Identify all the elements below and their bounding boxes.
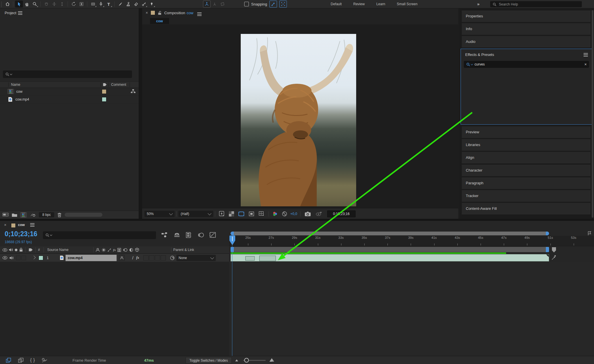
layer-solo-cell[interactable] xyxy=(16,256,21,260)
dolly-camera-tool[interactable] xyxy=(58,1,66,8)
label-color-swatch-tan[interactable] xyxy=(102,89,106,94)
pan-camera-tool[interactable] xyxy=(50,1,58,8)
timeline-zoom-slider-knob[interactable] xyxy=(244,358,249,363)
collapsed-panel-tab[interactable]: Info xyxy=(462,23,591,35)
layer-fx-switch[interactable]: fx xyxy=(136,256,139,260)
adjustment-layer-column-icon[interactable] xyxy=(129,248,133,252)
frame-blending-icon[interactable] xyxy=(186,232,192,238)
track-empty-area[interactable] xyxy=(229,262,594,356)
interpret-footage-icon[interactable] xyxy=(2,212,9,217)
layer-duration-bar[interactable] xyxy=(231,254,549,261)
region-of-interest-icon[interactable] xyxy=(249,211,254,217)
collapsed-panel-tab[interactable]: Character xyxy=(462,165,591,176)
layer-color-swatch[interactable] xyxy=(39,256,43,260)
layer-switch-cell[interactable] xyxy=(155,255,160,261)
time-navigator-start-handle[interactable] xyxy=(231,232,234,235)
exposure-value[interactable]: +0,0 xyxy=(290,212,297,216)
collapsed-panel-tab[interactable]: Preview xyxy=(462,126,591,138)
right-column-scrollbar[interactable] xyxy=(592,10,593,218)
layer-switch-cell[interactable] xyxy=(143,255,148,261)
project-search-input[interactable] xyxy=(3,70,132,78)
new-composition-icon[interactable] xyxy=(20,212,27,217)
clone-stamp-tool[interactable] xyxy=(124,1,132,8)
video-eye-column-icon[interactable] xyxy=(2,248,8,252)
collapsed-panel-tab[interactable]: Tracker xyxy=(462,190,591,202)
effects-column-icon[interactable]: fx xyxy=(113,248,116,252)
timeline-menu-icon[interactable] xyxy=(30,223,35,224)
layer-list-empty-area[interactable] xyxy=(0,262,229,356)
workspace-tab[interactable]: Default xyxy=(325,0,347,8)
close-timeline-button[interactable]: × xyxy=(4,223,6,227)
layer-switch-cell[interactable] xyxy=(161,255,166,261)
mask-visibility-icon[interactable] xyxy=(238,211,245,217)
comment-column-header[interactable]: Comment xyxy=(111,83,126,87)
time-navigator-end-handle[interactable] xyxy=(546,232,549,235)
help-search-input[interactable]: Search Help xyxy=(490,1,582,7)
draft-3d-icon[interactable] xyxy=(173,232,180,238)
snapshot-camera-icon[interactable] xyxy=(305,211,311,216)
shy-column-icon[interactable] xyxy=(95,248,100,252)
layer-row-1[interactable]: 1 cow.mp4 / fx None xyxy=(0,254,229,262)
close-panel-button[interactable]: × xyxy=(146,10,148,15)
brush-tool[interactable] xyxy=(116,1,124,8)
in-out-pane-icon[interactable]: { } xyxy=(30,358,35,363)
name-column-header[interactable]: Name xyxy=(11,83,20,87)
transfer-controls-pane-icon[interactable] xyxy=(18,358,24,363)
layer-number-column[interactable]: # xyxy=(38,248,40,252)
type-tool[interactable]: T xyxy=(105,1,113,8)
resolution-dropdown[interactable]: (Half) xyxy=(178,211,213,217)
rotation-tool[interactable] xyxy=(70,1,77,8)
current-time-display[interactable]: 0;10;23;16 xyxy=(5,230,37,238)
pan-behind-anchor-tool[interactable] xyxy=(77,1,85,8)
auto-orient-icon[interactable] xyxy=(551,255,556,261)
magnification-dropdown[interactable]: 50% xyxy=(144,211,175,217)
layer-lock-cell[interactable] xyxy=(21,256,26,260)
bit-depth-button[interactable]: 8 bpc xyxy=(39,212,54,217)
motion-blur-icon[interactable] xyxy=(197,232,204,238)
collapsed-panel-tab[interactable]: Paragraph xyxy=(462,177,591,189)
workspace-tab[interactable]: Learn xyxy=(370,0,391,8)
timeline-shield-icon[interactable] xyxy=(552,247,556,253)
hand-tool[interactable] xyxy=(23,1,31,8)
graph-editor-icon[interactable] xyxy=(209,232,216,238)
viewer-tab-cow[interactable]: cow xyxy=(150,18,169,24)
layer-source-name[interactable]: cow.mp4 xyxy=(66,255,117,261)
project-settings-icon[interactable] xyxy=(30,212,36,217)
transparency-grid-icon[interactable] xyxy=(229,211,234,216)
orbit-camera-tool[interactable] xyxy=(42,1,50,8)
label-column-icon[interactable] xyxy=(103,83,107,87)
label-column-icon[interactable] xyxy=(28,248,33,252)
layer-bar-segment[interactable] xyxy=(259,256,276,261)
local-axis-mode-button[interactable] xyxy=(203,1,211,8)
comp-timecode-display[interactable]: 0:10;23;16 xyxy=(327,210,356,217)
trash-icon[interactable] xyxy=(57,212,62,217)
snapping-checkbox[interactable] xyxy=(244,2,249,6)
quality-column-icon[interactable] xyxy=(107,248,112,252)
layer-audio-icon[interactable] xyxy=(9,256,14,260)
show-snapshot-icon[interactable] xyxy=(316,211,322,216)
parent-link-column[interactable]: Parent & Link xyxy=(173,248,194,252)
panel-divider[interactable] xyxy=(139,8,142,219)
workspace-tab[interactable]: Small Screen xyxy=(391,0,423,8)
snap-to-features-button[interactable] xyxy=(269,1,277,8)
playhead-line[interactable] xyxy=(232,245,232,356)
parent-dropdown[interactable]: None xyxy=(176,255,216,261)
snap-beyond-edges-button[interactable] xyxy=(279,1,287,8)
layer-search-input[interactable] xyxy=(43,231,156,239)
comp-panel-menu-icon[interactable] xyxy=(197,12,202,13)
active-comp-name[interactable]: cow xyxy=(186,11,193,15)
fast-previews-icon[interactable] xyxy=(219,211,225,217)
render-time-pane-icon[interactable] xyxy=(41,358,48,363)
collapsed-panel-tab[interactable]: Libraries xyxy=(462,139,591,151)
choose-grid-guides-icon[interactable] xyxy=(258,211,265,217)
collapsed-panel-tab[interactable]: Align xyxy=(462,152,591,163)
unlock-icon[interactable] xyxy=(158,11,162,15)
zoom-out-mountain-icon[interactable] xyxy=(235,359,238,362)
effects-search-input[interactable]: curves × xyxy=(464,61,589,68)
zoom-tool[interactable] xyxy=(31,1,39,8)
workspace-tab[interactable]: Review xyxy=(347,0,370,8)
project-horizontal-scrollbar[interactable] xyxy=(65,213,102,217)
horizontal-panel-divider[interactable] xyxy=(0,219,594,221)
project-item-cow-mp4[interactable]: cow.mp4 xyxy=(0,95,139,103)
zoom-in-mountain-icon[interactable] xyxy=(269,358,274,362)
